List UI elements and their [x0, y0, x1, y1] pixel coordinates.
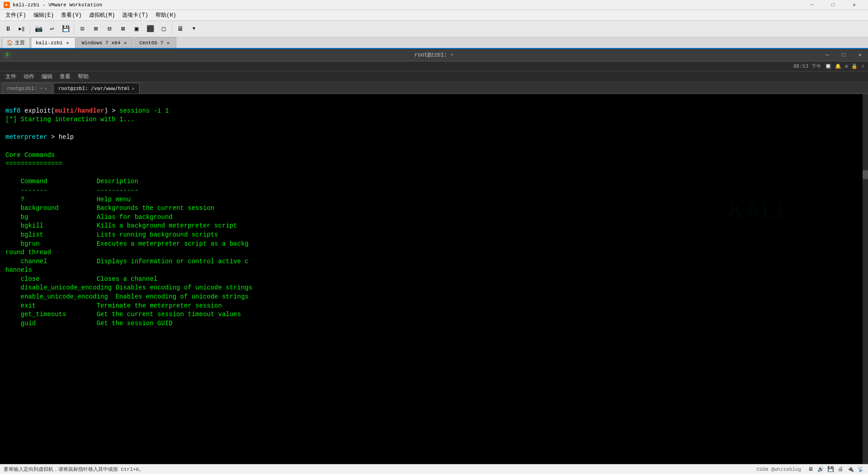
save-btn[interactable]: 💾: [59, 23, 72, 35]
terminal-tabs: root@zzb1: ~ ✕ root@zzb1: /var/www/html …: [0, 82, 868, 94]
status-icon-5: ⚡: [861, 63, 864, 69]
view-btn-4[interactable]: ⊠: [117, 23, 129, 35]
cmd-guid: guid: [21, 320, 36, 327]
status-icon-3: ⚙: [845, 63, 848, 69]
msf-prompt: msf6: [5, 107, 21, 114]
status-icon-4: 🔒: [851, 63, 858, 69]
term-close-btn[interactable]: ✕: [852, 49, 868, 62]
tab-centos[interactable]: CentOS 7 ✕: [134, 37, 176, 48]
terminal-scrollbar[interactable]: [863, 94, 868, 474]
term-menu-file[interactable]: 文件: [2, 72, 20, 81]
bottom-icon-1[interactable]: 🖥: [807, 465, 815, 474]
cmd-bglist: bglist: [21, 231, 43, 238]
interaction-msg: [*] Starting interaction with 1...: [5, 116, 135, 123]
desc-guid: Get the session GUID: [97, 320, 173, 327]
term-menu-view[interactable]: 查看: [56, 72, 74, 81]
tab-centos-label: CentOS 7: [139, 40, 163, 46]
tab-windows-close[interactable]: ✕: [122, 40, 128, 46]
desc-bgrun: Executes a meterpreter script as a backg: [97, 240, 249, 247]
bottom-icon-2[interactable]: 🔊: [816, 465, 825, 474]
menu-edit[interactable]: 编辑(E): [30, 10, 58, 20]
desc-exit: Terminate the meterpreter session: [97, 302, 222, 309]
tab-home[interactable]: 🏠 主页: [2, 37, 30, 48]
toolbar-btn-1[interactable]: ▶‖: [15, 23, 28, 35]
view-btn-2[interactable]: ⊞: [90, 23, 102, 35]
term-menu-edit[interactable]: 编辑: [38, 72, 56, 81]
menu-tabs[interactable]: 选项卡(T): [118, 10, 152, 20]
display-dropdown[interactable]: ▼: [188, 23, 200, 35]
snapshot-btn[interactable]: 📷: [32, 23, 45, 35]
tab-kali[interactable]: kali-zzb1 ✕: [31, 37, 75, 48]
term-tab-1[interactable]: root@zzb1: ~ ✕: [2, 83, 52, 94]
term-tab-1-label: root@zzb1: ~: [7, 85, 42, 91]
restore-btn[interactable]: ↩: [46, 23, 58, 35]
prompt-arrow: ) >: [104, 107, 119, 114]
close-button[interactable]: ✕: [844, 0, 864, 10]
exploit-text: exploit(: [21, 107, 55, 114]
vmware-toolbar: ⏸ ▶‖ 📷 ↩ 💾 ⊡ ⊞ ⊟ ⊠ ▣ ⬛ ▢ 🖥 ▼: [0, 21, 868, 37]
power-btn[interactable]: ⏸: [2, 23, 14, 35]
display-btn[interactable]: 🖥: [174, 23, 187, 35]
menu-vm[interactable]: 虚拟机(M): [85, 10, 119, 20]
col-sep-2: -----------: [97, 187, 138, 194]
cmd-enable-unicode: enable_unicode_encoding: [21, 293, 108, 300]
vmware-title: kali-zzb1 - VMware Workstation: [13, 2, 802, 8]
term-tab-1-close[interactable]: ✕: [44, 86, 47, 91]
maximize-button[interactable]: □: [823, 0, 843, 10]
view-btn-7[interactable]: ▢: [157, 23, 170, 35]
vmware-titlebar: ▶ kali-zzb1 - VMware Workstation ─ □ ✕: [0, 0, 868, 10]
col-header-command: Command: [21, 178, 47, 185]
term-maximize-btn[interactable]: □: [835, 49, 852, 62]
terminal-titlebar: $ root@zzb1: ~ ─ □ ✕: [0, 49, 868, 62]
desc-question: Help menu: [97, 196, 131, 203]
terminal-icon: $: [4, 52, 11, 59]
tab-windows[interactable]: Windows 7 x64 ✕: [76, 37, 133, 48]
col-sep-1: -------: [21, 187, 47, 194]
bottom-icon-5[interactable]: 🔌: [846, 465, 854, 474]
vmware-icon: ▶: [4, 2, 10, 8]
terminal-top-status: 08:53 下午 🔲 🔔 ⚙ 🔒 ⚡: [0, 62, 868, 71]
cmd-disable-unicode: disable_unicode_encoding: [21, 284, 112, 291]
terminal-time: 08:53 下午: [793, 63, 821, 70]
cmd-exit: exit: [21, 302, 36, 309]
menu-file[interactable]: 文件(F): [2, 10, 30, 20]
view-btn-5[interactable]: ▣: [130, 23, 143, 35]
tab-kali-close[interactable]: ✕: [64, 40, 71, 46]
vmware-bottom-bar: 要将输入定向到虚拟机，请将鼠标指针移入其中或按 Ctrl+G。 CSDN @wh…: [0, 464, 868, 474]
bottom-right-icons: CSDN @whiteblog 🖥 🔊 💾 🖨 🔌 📡: [756, 465, 864, 474]
tab-windows-label: Windows 7 x64: [81, 40, 120, 46]
desc-get-timeouts: Get the current session timeout values: [97, 311, 241, 318]
bottom-icon-6[interactable]: 📡: [856, 465, 864, 474]
toolbar-sep-1: [30, 24, 30, 34]
bottom-icon-3[interactable]: 💾: [826, 465, 835, 474]
scrollbar-thumb[interactable]: [863, 170, 868, 179]
desc-channel: Displays information or control active c: [97, 258, 249, 265]
bottom-status-message: 要将输入定向到虚拟机，请将鼠标指针移入其中或按 Ctrl+G。: [4, 466, 144, 473]
cmd-background: background: [21, 204, 59, 212]
watermark-text: CSDN @whiteblog: [756, 467, 801, 472]
terminal-content[interactable]: KALI BY OFFENSIVE SECURITY msf6 exploit(…: [0, 94, 868, 474]
window-controls[interactable]: ─ □ ✕: [802, 0, 864, 10]
term-menu-help[interactable]: 帮助: [74, 72, 92, 81]
minimize-button[interactable]: ─: [802, 0, 822, 10]
terminal-win-controls[interactable]: ─ □ ✕: [819, 49, 868, 61]
term-tab-2[interactable]: root@zzb1: /var/www/html ✕: [53, 83, 140, 94]
tab-home-label: 主页: [15, 39, 25, 46]
core-commands-underline: ===============: [5, 160, 62, 167]
home-icon: 🏠: [7, 40, 13, 46]
tab-kali-label: kali-zzb1: [36, 40, 62, 46]
menu-help[interactable]: 帮助(H): [152, 10, 180, 20]
cmd-question: ?: [21, 196, 24, 203]
term-tab-2-close[interactable]: ✕: [132, 86, 134, 91]
tab-centos-close[interactable]: ✕: [165, 40, 171, 46]
view-btn-6[interactable]: ⬛: [144, 23, 156, 35]
view-btn-3[interactable]: ⊟: [103, 23, 116, 35]
view-btn-1[interactable]: ⊡: [76, 23, 89, 35]
cmd-bgkill: bgkill: [21, 222, 43, 229]
status-icon-2: 🔔: [835, 63, 841, 69]
bottom-icon-4[interactable]: 🖨: [836, 465, 844, 474]
term-menu-action[interactable]: 动作: [20, 72, 38, 81]
cmd-bg: bg: [21, 213, 28, 221]
menu-view[interactable]: 查看(V): [57, 10, 85, 20]
term-minimize-btn[interactable]: ─: [819, 49, 835, 62]
